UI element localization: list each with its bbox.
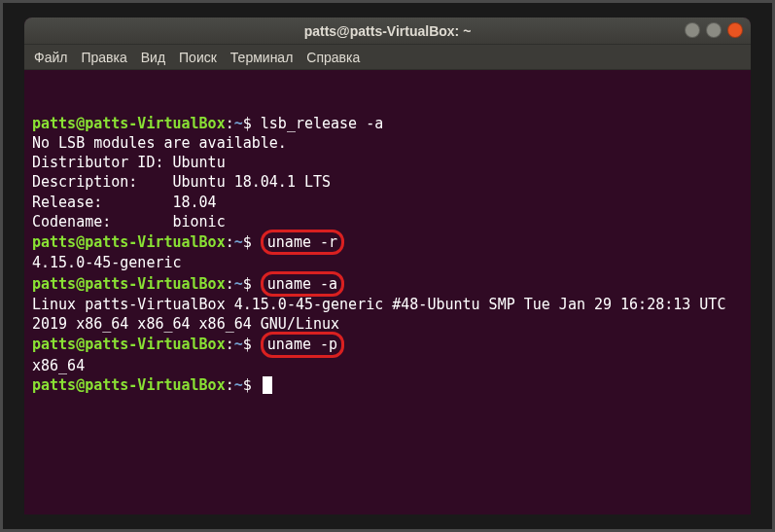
output-text: 4.15.0-45-generic (32, 254, 182, 271)
terminal-line: 4.15.0-45-generic (32, 253, 743, 272)
terminal-line: patts@patts-VirtualBox:~$ (32, 375, 743, 395)
menu-file[interactable]: Файл (34, 50, 67, 65)
terminal-body[interactable]: patts@patts-VirtualBox:~$ lsb_release -a… (24, 70, 751, 514)
terminal-line: Description: Ubuntu 18.04.1 LTS (32, 172, 743, 192)
command-text: uname -p (261, 332, 344, 357)
terminal-line: Distributor ID: Ubuntu (32, 153, 743, 172)
terminal-line: x86_64 (32, 356, 743, 375)
terminal-line: Release: 18.04 (32, 193, 743, 212)
minimize-button[interactable] (685, 22, 700, 38)
prompt-user-host: patts@patts-VirtualBox (32, 336, 226, 353)
output-text: Distributor ID: Ubuntu (32, 154, 226, 171)
prompt-dollar: $ (243, 115, 261, 132)
close-button[interactable] (727, 22, 743, 38)
window-title: patts@patts-VirtualBox: ~ (304, 23, 472, 39)
window-controls (685, 22, 743, 38)
terminal-line: patts@patts-VirtualBox:~$ uname -p (32, 334, 743, 355)
cursor (263, 376, 272, 394)
maximize-button[interactable] (706, 22, 722, 38)
prompt-path: ~ (234, 275, 243, 293)
prompt-dollar: $ (243, 275, 261, 293)
menubar: Файл Правка Вид Поиск Терминал Справка (24, 45, 751, 70)
menu-edit[interactable]: Правка (81, 50, 126, 65)
prompt-user-host: patts@patts-VirtualBox (32, 376, 226, 394)
prompt-path: ~ (234, 115, 243, 132)
screenshot-frame: patts@patts-VirtualBox: ~ Файл Правка Ви… (0, 0, 775, 532)
terminal-window: patts@patts-VirtualBox: ~ Файл Правка Ви… (24, 18, 751, 514)
terminal-line: No LSB modules are available. (32, 133, 743, 153)
terminal-line: patts@patts-VirtualBox:~$ uname -r (32, 231, 743, 253)
command-text: uname -r (261, 230, 344, 255)
output-text: No LSB modules are available. (32, 134, 287, 152)
output-text: Codename: bionic (32, 213, 226, 231)
prompt-separator: : (226, 336, 234, 353)
prompt-dollar: $ (243, 376, 261, 394)
terminal-line: Linux patts-VirtualBox 4.15.0-45-generic… (32, 295, 743, 335)
prompt-separator: : (226, 233, 234, 251)
titlebar[interactable]: patts@patts-VirtualBox: ~ (24, 18, 751, 45)
terminal-line: Codename: bionic (32, 212, 743, 231)
menu-search[interactable]: Поиск (179, 50, 217, 65)
prompt-path: ~ (234, 233, 243, 251)
prompt-user-host: patts@patts-VirtualBox (32, 233, 226, 251)
command-text: uname -a (261, 271, 344, 297)
prompt-dollar: $ (243, 233, 261, 251)
output-text: Description: Ubuntu 18.04.1 LTS (32, 173, 331, 191)
menu-terminal[interactable]: Терминал (230, 50, 293, 65)
prompt-path: ~ (234, 376, 243, 394)
prompt-separator: : (226, 115, 234, 132)
output-text: x86_64 (32, 357, 85, 374)
terminal-line: patts@patts-VirtualBox:~$ lsb_release -a (32, 114, 743, 133)
command-text: lsb_release -a (261, 115, 383, 132)
prompt-user-host: patts@patts-VirtualBox (32, 115, 226, 132)
prompt-user-host: patts@patts-VirtualBox (32, 275, 226, 293)
output-text: Linux patts-VirtualBox 4.15.0-45-generic… (32, 296, 734, 333)
menu-help[interactable]: Справка (306, 50, 360, 65)
menu-view[interactable]: Вид (141, 50, 165, 65)
prompt-path: ~ (234, 336, 243, 353)
prompt-dollar: $ (243, 336, 261, 353)
terminal-line: patts@patts-VirtualBox:~$ uname -a (32, 273, 743, 295)
output-text: Release: 18.04 (32, 194, 217, 211)
prompt-separator: : (226, 275, 234, 293)
prompt-separator: : (226, 376, 234, 394)
